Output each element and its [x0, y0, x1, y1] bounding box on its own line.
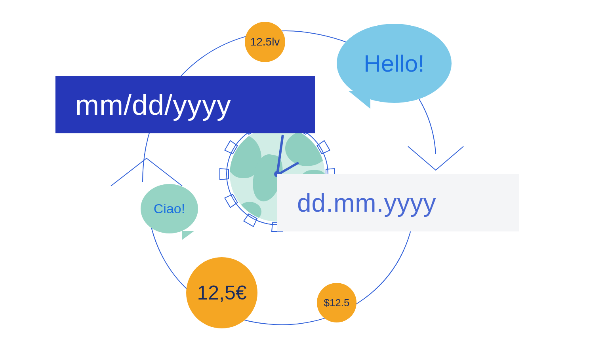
date-format-eu-box: dd.mm.yyyy: [277, 174, 519, 231]
date-format-us-box: mm/dd/yyyy: [55, 76, 315, 133]
ciao-speech-bubble: Ciao!: [141, 184, 198, 237]
speech-tail-icon: [182, 231, 194, 240]
currency-dollar-coin: $12.5: [317, 283, 356, 322]
currency-lev-label: 12.5lv: [250, 36, 280, 48]
hello-speech-bubble: Hello!: [337, 24, 452, 103]
currency-dollar-label: $12.5: [324, 297, 349, 309]
speech-tail-icon: [349, 91, 370, 109]
date-format-eu-label: dd.mm.yyyy: [297, 188, 436, 218]
currency-euro-label: 12,5€: [197, 281, 246, 304]
date-format-us-label: mm/dd/yyyy: [75, 89, 231, 121]
ciao-label: Ciao!: [154, 201, 185, 216]
hello-label: Hello!: [364, 50, 424, 77]
currency-euro-coin: 12,5€: [186, 257, 257, 328]
localization-diagram: mm/dd/yyyy dd.mm.yyyy Hello! Ciao! 12.5l…: [0, 0, 610, 364]
currency-lev-coin: 12.5lv: [245, 22, 285, 62]
